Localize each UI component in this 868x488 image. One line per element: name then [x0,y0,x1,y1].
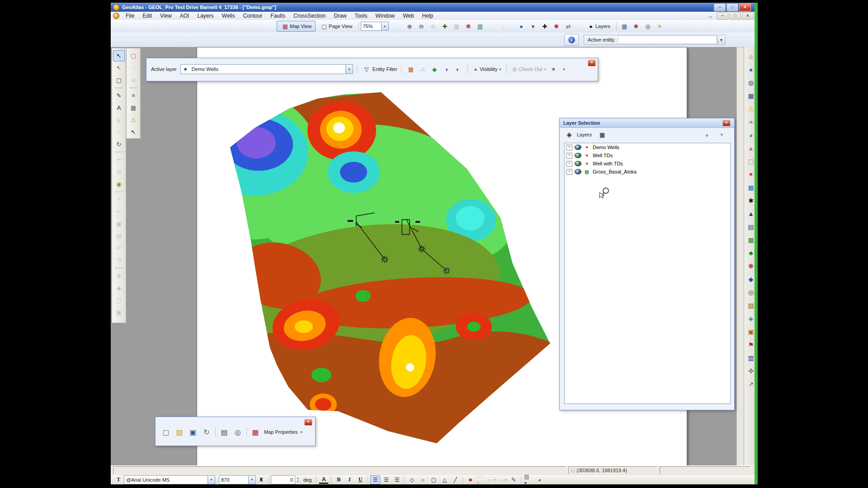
font-family-combo[interactable]: @Arial Unicode MS ▾ [124,475,215,484]
move-layer-up-icon[interactable]: ▲ [704,132,709,137]
zoom-in-icon-icon[interactable]: ⊕ [404,21,415,31]
line-width-select-icon[interactable]: ═ ▾ [487,475,497,484]
align-center-icon-icon[interactable]: ☰ [381,475,391,484]
entity-orb-icon-icon[interactable]: ● [516,21,527,31]
menu-contour[interactable]: Contour [239,12,267,19]
menu-layers[interactable]: Layers [193,12,218,19]
active-entity-arrow-icon[interactable]: ▾ [717,36,725,44]
layer-map-icon[interactable]: ▦ [597,130,608,140]
ungroup-tool-icon[interactable]: ◆ [113,282,125,294]
align-right-icon-icon[interactable]: ☰ [392,475,402,484]
expand-icon[interactable]: + [566,161,572,167]
font-family-arrow-icon[interactable]: ▾ [208,476,215,484]
close-button[interactable]: × [739,4,751,11]
world-map-tool-icon[interactable]: ◉ [113,178,125,190]
menu-crosssection[interactable]: CrossSection [289,12,330,19]
zoom-window-icon-icon[interactable]: ⊘ [428,21,439,31]
pen-icon-icon[interactable]: ✎ [509,475,519,484]
frame-select-tool-icon[interactable]: ▢ [113,295,125,306]
zoom-level-combo[interactable]: 75% ▾ [361,22,389,31]
grid-tool-icon[interactable]: ▦ [127,102,139,113]
mdi-minimize-button[interactable]: – [717,12,728,20]
symbol-book-icon-icon[interactable]: ■ [465,475,475,484]
delete-tool-icon[interactable]: × [113,194,125,205]
entity-select-tool-icon[interactable]: ↖ [113,62,125,74]
active-layer-combo-arrow-icon[interactable]: ▾ [345,65,353,74]
bold-button[interactable]: B [334,475,344,484]
expand-icon[interactable]: + [566,153,572,159]
well-jack-icon-icon[interactable]: ✚ [539,21,550,31]
pan-icon-icon[interactable]: ✚ [439,21,450,31]
expand-icon[interactable]: + [566,145,572,150]
align-left-icon-icon[interactable]: ☰ [370,475,380,484]
print-preview-icon-icon[interactable]: ◎ [231,426,244,438]
title-bar[interactable]: GeoAtlas - GEOL_Pro Test Drive Barnett 4… [111,3,757,12]
burst-icon-icon[interactable]: ✱ [551,21,562,31]
active-entity-value[interactable] [618,36,717,44]
layer-selection-titlebar[interactable]: Layer Selection × [560,118,734,128]
check-out-arrow-icon[interactable]: ▾ [544,67,546,71]
draw-ellipse-icon-icon[interactable]: ○ [418,475,428,484]
menu-faults[interactable]: Faults [266,12,289,19]
undo-tool-icon[interactable]: ↶ [113,243,125,254]
menu-wells[interactable]: Wells [218,12,239,19]
swap-icon-icon[interactable]: ⇄ [563,21,574,31]
font-size-arrow-icon[interactable]: ▾ [248,476,255,484]
draw-rect-icon-icon[interactable]: ▢ [429,475,439,484]
layer-pick-icon-icon[interactable]: ✱ [631,21,642,31]
more-tools-arrow-icon[interactable]: ▾ [563,67,565,71]
polyline-tool-icon[interactable]: ~ [113,127,125,138]
layer-row-0[interactable]: +✶Demo Wells [565,143,730,151]
post-map-icon-icon[interactable]: ▦ [406,64,416,74]
profile-tool-icon[interactable]: ≡ [127,90,139,101]
fill-pattern-select-icon[interactable]: ▨ ▾ [524,475,533,484]
menu-aoi[interactable]: AOI [176,12,193,19]
mdi-close-button[interactable]: × [742,12,754,20]
active-layer-close-icon[interactable]: × [588,60,596,66]
text-tool-icon[interactable]: A [113,102,125,113]
check-out-button[interactable]: Check Out [519,66,542,72]
new-map-icon-icon[interactable]: ▢ [160,426,172,438]
aoi-globe-tool-icon[interactable]: ○ [127,62,139,74]
smudge-tool-icon[interactable]: ⊘ [113,166,125,178]
map-properties-icon-icon[interactable]: ▦ [249,426,262,438]
active-layer-combo[interactable]: ✶ Demo Wells ▾ [180,64,353,74]
arrow-style-select-icon[interactable]: ⇢ ▾ [498,475,508,484]
paste-tool-icon[interactable]: ▤ [113,230,125,242]
refresh-map-icon-icon[interactable]: ↻ [200,426,213,438]
visibility-arrow-icon[interactable]: ▾ [499,67,501,71]
rotation-input[interactable]: 0 [271,475,295,484]
pie-red-icon-icon[interactable]: ◐ [453,64,463,74]
fit-page-icon-icon[interactable]: ▦ [451,21,462,31]
layer-row-2[interactable]: +✶Well with TDs [565,160,730,168]
draw-arc-icon-icon[interactable]: ╱ [450,475,460,484]
redraw-icon-icon[interactable]: ✽ [463,21,474,31]
draw-diamond-icon-icon[interactable]: ◇ [407,475,417,484]
underline-button[interactable]: U [355,475,365,484]
menu-draw[interactable]: Draw [330,12,350,19]
info-button[interactable]: i [564,34,579,46]
menu-edit[interactable]: Edit [138,12,156,19]
clip-tool-icon[interactable]: ✂ [113,154,125,165]
menu-window[interactable]: Window [371,12,399,19]
zoom-combo-arrow-icon[interactable]: ▾ [381,22,388,30]
export-icon[interactable]: → [704,11,715,21]
paint-bucket-icon-icon[interactable]: ◕ [534,475,544,484]
font-build-icon[interactable]: ♜ [256,475,266,484]
cut-tool-icon[interactable]: ✂ [113,206,125,217]
pencil-tool-icon[interactable]: ✎ [113,90,125,101]
minimize-button[interactable]: – [714,4,726,11]
diamond-map-icon-icon[interactable]: ◆ [429,64,440,74]
tile-window-icon-icon[interactable]: ▥ [475,21,486,31]
frame-move-tool-icon[interactable]: ▣ [113,307,125,318]
aoi-erase-tool-icon[interactable]: ⊘ [127,75,139,86]
aoi-rect-tool-icon[interactable]: ▢ [127,50,139,61]
warning-tool-icon[interactable]: ⚠ [127,114,139,126]
scatter-icon-icon[interactable]: ∴ [417,64,428,74]
open-map-icon-icon[interactable]: ▨ [173,426,186,438]
pie-blue-icon-icon[interactable]: ◑ [441,64,452,74]
line-style-select-icon[interactable]: — ▾ [476,475,486,484]
draw-triangle-icon-icon[interactable]: △ [439,475,449,484]
page-view-button[interactable]: ▢ Page View [316,21,356,32]
layer-row-1[interactable]: +✶Well TDs [565,151,730,160]
